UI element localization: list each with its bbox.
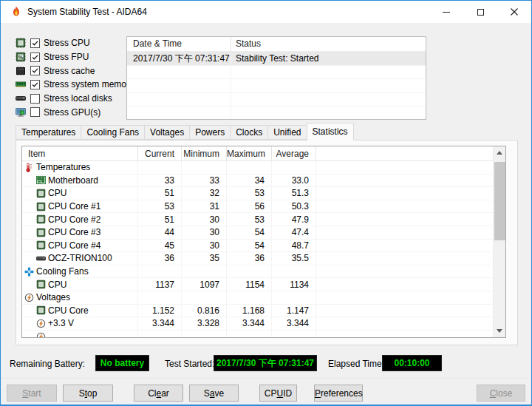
- stats-row[interactable]: CPU 1137 1097 1154 1134: [22, 278, 493, 291]
- stats-row[interactable]: CPU 51 32 53 51.3: [22, 187, 493, 200]
- save-button[interactable]: Save: [189, 385, 239, 402]
- stats-item-cell: Cooling Fans: [22, 265, 138, 278]
- stats-row[interactable]: CPU Core #4 45 30 54 48.7: [22, 240, 493, 253]
- stats-current-cell: 44: [138, 226, 182, 239]
- event-log: Date & Time Status 2017/7/30 下午 07:31:47…: [126, 36, 426, 120]
- stats-average-cell: 1.147: [272, 305, 316, 317]
- thermometer-icon: [24, 163, 34, 172]
- stats-current-cell: [138, 265, 182, 278]
- scrollbar-thumb[interactable]: [494, 162, 505, 240]
- scroll-down-icon: [497, 329, 502, 333]
- stats-average-cell: 50.3: [272, 200, 316, 213]
- stats-maximum-cell: [227, 161, 272, 174]
- stats-maximum-cell: [227, 291, 272, 304]
- tab-clocks[interactable]: Clocks: [230, 125, 268, 140]
- cpuid-button[interactable]: CPUID: [259, 385, 297, 402]
- tab-temperatures[interactable]: Temperatures: [16, 125, 81, 140]
- vertical-scrollbar[interactable]: [493, 146, 505, 337]
- stats-current-cell: [138, 331, 182, 337]
- column-average[interactable]: Average: [272, 146, 316, 160]
- column-minimum[interactable]: Minimum: [182, 146, 227, 160]
- stats-maximum-cell: 54: [227, 240, 272, 252]
- log-column-status[interactable]: Status: [231, 37, 426, 51]
- stats-group-row[interactable]: Temperatures: [22, 161, 493, 175]
- stats-row[interactable]: OCZ-TRION100 36 35 36 35.5: [22, 252, 493, 265]
- stress-memory-checkbox[interactable]: [30, 80, 40, 89]
- stats-average-cell: 48.7: [272, 240, 316, 252]
- tab-cooling-fans[interactable]: Cooling Fans: [81, 125, 145, 140]
- tab-voltages[interactable]: Voltages: [144, 125, 190, 140]
- start-button: Start: [7, 385, 57, 402]
- button-separator: [1, 379, 531, 380]
- stats-minimum-cell: 1097: [182, 278, 227, 291]
- stats-item-label: CPU Core: [48, 305, 89, 316]
- stress-fpu-label[interactable]: Stress FPU: [44, 52, 89, 62]
- stats-row[interactable]: CPU Core #1 53 31 56 50.3: [22, 200, 493, 214]
- tab-powers[interactable]: Powers: [189, 125, 231, 140]
- stats-maximum-cell: [227, 331, 272, 337]
- chip-icon: [36, 228, 46, 237]
- log-empty-row: [127, 79, 426, 93]
- stats-row[interactable]: CPU Core #2 51 30 53 47.9: [22, 213, 493, 226]
- stats-current-cell: 36: [138, 252, 182, 265]
- stats-group-row[interactable]: Cooling Fans: [22, 265, 493, 279]
- log-row-datetime: 2017/7/30 下午 07:31:47: [127, 52, 231, 65]
- stats-current-cell: 3.344: [138, 317, 182, 330]
- stress-disks-label[interactable]: Stress local disks: [44, 93, 112, 104]
- stress-disks-checkbox[interactable]: [30, 94, 40, 104]
- stats-minimum-cell: [182, 291, 227, 304]
- clear-button[interactable]: Clear: [134, 385, 183, 402]
- stats-row[interactable]: CPU Core 1.152 0.816 1.168 1.147: [22, 305, 493, 318]
- stats-row[interactable]: Motherboard 33 33 34 33.0: [22, 175, 493, 188]
- log-column-datetime[interactable]: Date & Time: [127, 37, 231, 51]
- column-item[interactable]: Item: [22, 146, 138, 160]
- stress-fpu-checkbox[interactable]: [30, 53, 40, 62]
- log-header: Date & Time Status: [127, 37, 426, 52]
- stress-gpus-checkbox[interactable]: [30, 107, 40, 117]
- stress-option-disks: Stress local disks: [16, 92, 134, 106]
- stats-current-cell: [138, 161, 182, 174]
- column-current[interactable]: Current: [138, 146, 182, 160]
- motherboard-icon: [36, 175, 46, 185]
- minimize-button[interactable]: [429, 1, 463, 23]
- stats-row[interactable]: +3.3 V 3.344 3.328 3.344 3.344: [22, 317, 493, 331]
- stats-row[interactable]: CPU Core #3 44 30 54 47.4: [22, 226, 493, 240]
- preferences-button[interactable]: Preferences: [314, 385, 363, 402]
- svg-text:%: %: [18, 54, 24, 61]
- stats-average-cell: [272, 291, 316, 304]
- stress-gpus-label[interactable]: Stress GPU(s): [44, 107, 100, 118]
- scrollbar-up-button[interactable]: [494, 146, 505, 159]
- stress-memory-label[interactable]: Stress system memory: [44, 79, 134, 89]
- stats-table-body: Temperatures Motherboard 33 33 34 33.0 C…: [22, 161, 493, 337]
- log-empty-row: [127, 106, 426, 120]
- stats-minimum-cell: 30: [182, 226, 227, 239]
- stress-cache-label[interactable]: Stress cache: [44, 66, 95, 76]
- stress-cpu-checkbox[interactable]: [30, 38, 40, 48]
- stop-button[interactable]: Stop: [63, 385, 113, 402]
- stats-row[interactable]: [22, 331, 493, 337]
- chip-icon: [36, 240, 46, 250]
- log-row[interactable]: 2017/7/30 下午 07:31:47 Stability Test: St…: [127, 52, 426, 66]
- stats-group-row[interactable]: Voltages: [22, 291, 493, 305]
- scrollbar-down-button[interactable]: [494, 325, 505, 337]
- stats-table-header: Item Current Minimum Maximum Average: [22, 146, 493, 161]
- tab-unified[interactable]: Unified: [267, 125, 307, 140]
- stats-average-cell: 47.9: [272, 213, 316, 226]
- stress-option-cpu: Stress CPU: [16, 36, 134, 50]
- stress-cpu-label[interactable]: Stress CPU: [44, 38, 90, 48]
- window-controls: [429, 1, 531, 23]
- log-empty-row: [127, 93, 426, 107]
- chip-icon: [36, 202, 46, 212]
- stats-item-label: Cooling Fans: [36, 266, 89, 277]
- stats-maximum-cell: 34: [227, 175, 272, 187]
- column-maximum[interactable]: Maximum: [227, 146, 272, 160]
- tab-statistics[interactable]: Statistics: [307, 123, 354, 141]
- maximize-button[interactable]: [463, 1, 497, 23]
- stats-item-cell: CPU: [22, 278, 138, 291]
- stress-cache-checkbox[interactable]: [30, 66, 40, 75]
- stats-item-label: CPU Core #2: [48, 214, 100, 225]
- voltage-icon: [36, 332, 46, 337]
- stats-item-cell: Voltages: [22, 291, 138, 304]
- stats-item-label: CPU: [48, 188, 66, 198]
- close-window-button[interactable]: [497, 1, 531, 23]
